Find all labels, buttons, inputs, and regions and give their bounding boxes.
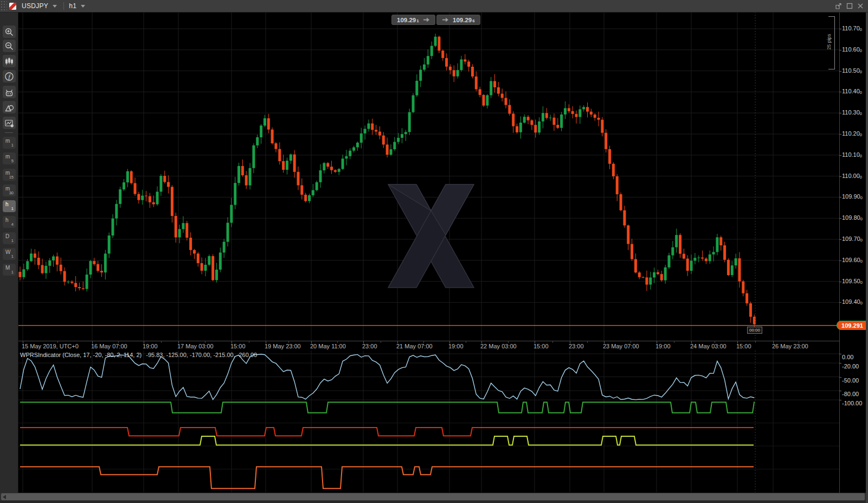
price-axis-label: 109.600 [842,257,863,264]
timeframe-button-m1[interactable]: m1 [3,137,16,149]
zoom-out-icon[interactable] [3,40,16,52]
horizontal-scrollbar[interactable] [0,493,866,501]
price-tick [839,155,841,156]
tf-number: 1 [11,270,14,275]
time-tick-minor [508,341,509,343]
timeframe-dropdown-caret[interactable] [81,5,85,8]
price-tick [839,218,841,219]
sell-button[interactable]: 109.291 [391,15,435,25]
indicator-tick [839,363,841,364]
tf-letter: D [5,233,9,239]
time-tick [144,341,144,343]
price-tick [839,92,841,92]
indicators-icon[interactable]: f [3,70,16,82]
tf-letter: M [5,265,10,271]
timeframe-button-D1[interactable]: D1 [3,232,16,244]
indicator-axis-label: -20.00 [842,363,859,370]
pip-sub-digit: 0 [860,154,862,158]
pips-ruler-bottom-cap [828,69,835,69]
time-tick [363,341,364,343]
sell-arrow-icon [423,17,430,22]
buy-button[interactable]: 109.296 [436,15,480,25]
price-tick [839,113,841,113]
time-axis-label: 23 May 07:00 [603,343,639,349]
chart-type-icon[interactable] [3,55,16,67]
time-axis-label: 26 May 23:00 [772,343,808,349]
tf-number: 4 [11,222,14,227]
timeframe-button-M1[interactable]: M1 [3,264,16,276]
indicator-tick [839,377,841,378]
trading-bots-icon[interactable] [3,86,16,98]
price-tick [839,71,841,72]
time-axis-label: 20 May 11:00 [310,343,346,349]
time-tick-minor [799,341,799,343]
price-tick [839,260,841,261]
buy-pip-digit: 6 [472,18,474,24]
drag-handle-icon[interactable] [1,1,7,11]
price-tick [839,50,841,50]
price-tick [839,302,841,303]
time-tick-minor [161,341,162,343]
close-icon[interactable] [856,2,864,10]
time-tick-minor [631,341,631,343]
wpr-signal-orange [20,467,754,488]
pip-sub-digit: 0 [860,195,863,200]
candles-layer [19,34,756,329]
chart-window: USDJPY h1 [0,0,868,503]
time-axis-line [18,341,839,341]
time-tick [178,341,179,343]
pip-sub-digit: 0 [860,48,862,53]
popout-icon[interactable] [834,2,843,10]
tf-letter: W [5,249,10,255]
maximize-icon[interactable] [845,2,853,10]
time-tick-minor [205,341,205,343]
tf-number: 30 [9,190,14,195]
indicator-label[interactable]: WPRSIndicator (Close, 17, -20, -80, 2, 1… [20,352,257,358]
indicator-axis-label: 0.00 [842,354,853,360]
timeframe-button-m5[interactable]: m5 [3,152,16,164]
zoom-in-icon[interactable] [3,26,16,38]
titlebar-separator [63,2,64,10]
indicator-panel-canvas[interactable] [18,351,839,492]
time-tick [773,341,774,343]
timeframe-button-h4[interactable]: h4 [3,216,16,228]
time-tick-minor [57,341,58,343]
time-axis-label: 15:00 [533,343,549,349]
pip-sub-digit: 0 [860,111,862,116]
chart-settings-icon[interactable] [3,117,16,129]
scrollbar-left-arrow-icon[interactable] [3,495,6,499]
timeframe-button-h1[interactable]: h1 [3,200,16,212]
time-axis-label: 23:00 [569,343,584,349]
pip-sub-digit: 0 [860,132,862,137]
timeframe-button-m30[interactable]: m30 [3,184,16,196]
timeframe-button-W1[interactable]: W1 [3,248,16,260]
timeframe-button-m15[interactable]: m15 [3,169,16,181]
time-tick [604,341,605,343]
drawing-tools-icon[interactable] [3,101,16,113]
price-tick [839,239,841,240]
indicator-tick [839,391,841,391]
tf-number: 1 [11,238,14,243]
symbol-name[interactable]: USDJPY [22,2,48,10]
current-price-tag: 109.291 [837,321,868,330]
tf-number: 1 [11,206,14,211]
scrollbar-handle[interactable] [1,493,865,500]
price-axis-label: 109.400 [842,298,863,305]
pip-sub-digit: 0 [860,217,863,221]
timeframe-selector[interactable]: h1 [69,2,76,10]
pip-sub-digit: 0 [860,90,862,95]
time-tick-minor [587,341,588,343]
time-axis-label: 15:00 [230,343,246,349]
indicator-axis-label: -100.00 [842,400,862,406]
price-chart-canvas[interactable] [18,12,839,341]
pip-sub-digit: 0 [860,69,862,74]
window-controls [834,2,864,10]
time-tick [570,341,570,343]
wpr-signal-yellow [20,436,754,445]
symbol-dropdown-caret[interactable] [53,5,57,8]
indicator-axis-label: -80.00 [842,391,859,397]
time-tick-minor [118,341,119,343]
time-tick [266,341,266,343]
price-axis-label: 110.100 [842,151,862,158]
indicator-tick [839,354,841,354]
